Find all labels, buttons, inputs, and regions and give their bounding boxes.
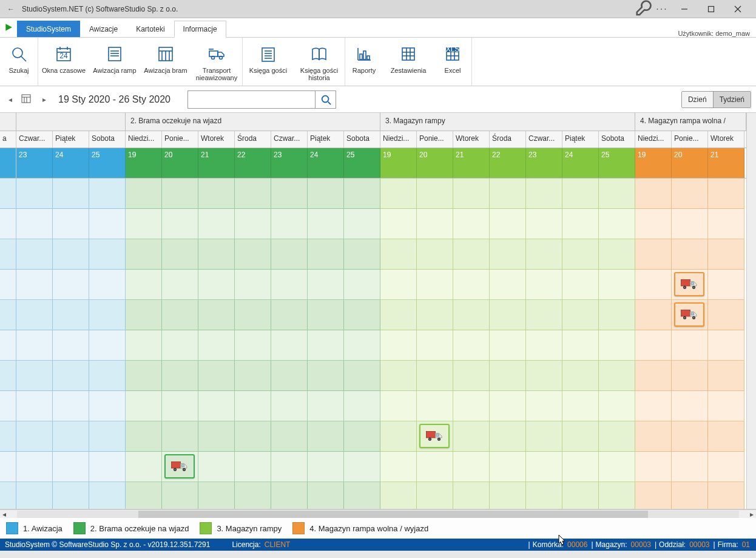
grid-cell[interactable] [526, 452, 562, 482]
tab-informacje[interactable]: Informacje [174, 21, 226, 38]
grid-cell[interactable] [198, 421, 235, 452]
grid-cell[interactable] [53, 482, 89, 509]
grid-cell[interactable] [162, 361, 198, 391]
grid-cell[interactable] [635, 452, 672, 482]
grid-cell[interactable] [490, 239, 526, 270]
grid-cell[interactable] [453, 270, 490, 300]
grid-cell[interactable] [672, 391, 708, 421]
grid-cell[interactable] [635, 239, 672, 270]
grid-cell[interactable] [126, 270, 162, 300]
grid-cell[interactable] [308, 361, 344, 391]
scroll-left-arrow[interactable]: ◂ [0, 510, 8, 519]
grid-cell[interactable] [562, 179, 599, 209]
grid-cell[interactable] [562, 330, 599, 361]
grid-cell[interactable] [417, 270, 453, 300]
grid-cell[interactable] [308, 391, 344, 421]
grid-cell[interactable] [562, 300, 599, 330]
grid-cell[interactable] [380, 361, 417, 391]
grid-cell[interactable] [453, 361, 490, 391]
grid-cell[interactable] [235, 330, 271, 361]
grid-cell[interactable] [635, 209, 672, 239]
grid-cell[interactable] [271, 361, 308, 391]
grid-cell[interactable] [417, 391, 453, 421]
grid-cell[interactable] [599, 361, 635, 391]
grid-cell[interactable] [526, 482, 562, 509]
grid-cell[interactable] [308, 452, 344, 482]
grid-cell[interactable] [599, 421, 635, 452]
search-input[interactable] [188, 95, 315, 104]
grid-cell[interactable] [16, 330, 53, 361]
truck-event-chip[interactable] [674, 302, 704, 327]
grid-cell[interactable] [198, 452, 235, 482]
grid-cell[interactable] [53, 179, 89, 209]
grid-cell[interactable] [198, 330, 235, 361]
grid-cell[interactable] [198, 239, 235, 270]
grid-cell[interactable] [599, 239, 635, 270]
grid-cell[interactable] [562, 482, 599, 509]
grid-cell[interactable] [53, 330, 89, 361]
grid-cell[interactable] [453, 452, 490, 482]
grid-cell[interactable] [599, 330, 635, 361]
scroll-thumb[interactable] [138, 511, 648, 518]
truck-event-chip[interactable] [164, 454, 195, 478]
grid-cell[interactable] [235, 300, 271, 330]
grid-cell[interactable] [708, 270, 744, 300]
tab-studiosystem[interactable]: StudioSystem [17, 21, 80, 37]
grid-cell[interactable] [526, 179, 562, 209]
grid-cell[interactable] [198, 482, 235, 509]
grid-cell[interactable] [526, 361, 562, 391]
grid-cell[interactable] [380, 452, 417, 482]
grid-cell[interactable] [344, 452, 380, 482]
grid-cell[interactable] [562, 239, 599, 270]
grid-cell[interactable] [672, 179, 708, 209]
grid-cell[interactable] [271, 452, 308, 482]
grid-cell[interactable] [344, 270, 380, 300]
grid-cell[interactable] [16, 421, 53, 452]
grid-cell[interactable] [672, 239, 708, 270]
grid-cell[interactable] [126, 421, 162, 452]
grid-cell[interactable] [417, 300, 453, 330]
grid-cell[interactable] [562, 361, 599, 391]
grid-cell[interactable] [16, 452, 53, 482]
grid-cell[interactable] [635, 361, 672, 391]
grid-cell[interactable] [672, 209, 708, 239]
grid-cell[interactable] [235, 239, 271, 270]
grid-cell[interactable] [271, 391, 308, 421]
grid-cell[interactable] [344, 300, 380, 330]
grid-cell[interactable] [490, 209, 526, 239]
grid-cell[interactable] [490, 330, 526, 361]
grid-cell[interactable] [89, 361, 126, 391]
grid-cell[interactable] [490, 361, 526, 391]
grid-cell[interactable] [308, 482, 344, 509]
grid-cell[interactable] [53, 300, 89, 330]
grid-cell[interactable] [235, 421, 271, 452]
grid-cell[interactable] [417, 330, 453, 361]
grid-cell[interactable] [380, 239, 417, 270]
grid-cell[interactable] [344, 361, 380, 391]
grid-cell[interactable] [672, 421, 708, 452]
transport-button[interactable]: Transport nieawizowany [191, 40, 242, 83]
grid-cell[interactable] [599, 300, 635, 330]
grid-cell[interactable] [198, 300, 235, 330]
view-day[interactable]: Dzień [682, 92, 713, 107]
grid-cell[interactable] [599, 270, 635, 300]
wrench-icon[interactable] [635, 0, 653, 19]
grid-cell[interactable] [490, 452, 526, 482]
grid-cell[interactable] [417, 209, 453, 239]
ksiega-gosci-button[interactable]: Księga gości [243, 40, 294, 83]
awizacja-bram-button[interactable]: Awizacja bram [140, 40, 191, 83]
zestawienia-button[interactable]: Zestawienia [383, 40, 434, 83]
search-button[interactable]: Szukaj [0, 40, 38, 83]
grid-cell[interactable] [162, 482, 198, 509]
grid-cell[interactable] [162, 239, 198, 270]
grid-cell[interactable] [599, 391, 635, 421]
scroll-right-arrow[interactable]: ▸ [748, 510, 756, 519]
grid-cell[interactable] [344, 239, 380, 270]
grid-cell[interactable] [89, 300, 126, 330]
grid-cell[interactable] [126, 209, 162, 239]
grid-cell[interactable] [162, 391, 198, 421]
grid-cell[interactable] [708, 421, 744, 452]
grid-body[interactable] [0, 179, 756, 509]
calendar-picker-icon[interactable] [21, 93, 34, 106]
grid-cell[interactable] [344, 209, 380, 239]
